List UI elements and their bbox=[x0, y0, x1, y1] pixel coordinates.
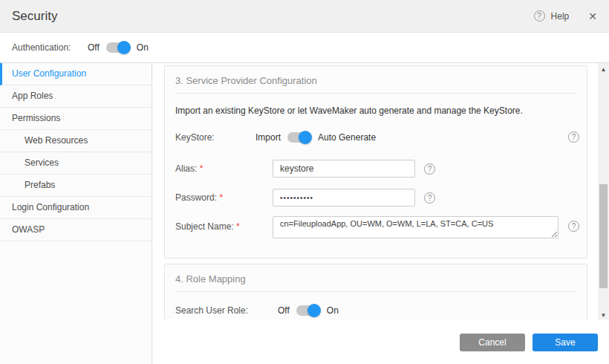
subject-name-label: Subject Name: * bbox=[175, 216, 273, 232]
save-button[interactable]: Save bbox=[533, 334, 598, 351]
sidebar: User Configuration App Roles Permissions… bbox=[0, 63, 152, 364]
authentication-bar: Authentication: Off On bbox=[0, 33, 609, 63]
search-user-role-label: Search User Role: bbox=[175, 305, 278, 316]
cancel-button[interactable]: Cancel bbox=[460, 334, 525, 351]
subject-name-textarea[interactable]: cn=FileuploadApp, OU=WM, O=WM, L=LA, ST=… bbox=[273, 216, 558, 238]
section-title: 4. Role Mapping bbox=[175, 273, 576, 285]
alias-label: Alias: * bbox=[175, 163, 273, 174]
search-user-role-on-label: On bbox=[327, 305, 339, 316]
required-asterisk: * bbox=[200, 163, 203, 174]
password-row: Password: * ? bbox=[175, 189, 576, 207]
page-title: Security bbox=[12, 9, 57, 24]
authentication-label: Authentication: bbox=[12, 42, 88, 53]
keystore-toggle[interactable] bbox=[287, 132, 311, 143]
sidebar-item-services[interactable]: Services bbox=[0, 152, 152, 175]
alias-input[interactable] bbox=[273, 160, 415, 178]
vertical-scrollbar: ▲ ▼ bbox=[598, 63, 609, 322]
sidebar-item-permissions[interactable]: Permissions bbox=[0, 108, 152, 130]
sidebar-item-login-configuration[interactable]: Login Configuration bbox=[0, 197, 152, 219]
dialog-footer: Cancel Save bbox=[152, 319, 609, 364]
keystore-help-icon[interactable]: ? bbox=[568, 131, 579, 143]
help-icon[interactable]: ? bbox=[534, 10, 545, 22]
dialog-header: Security ? Help ✕ bbox=[0, 0, 609, 33]
password-input[interactable] bbox=[273, 189, 415, 207]
sidebar-item-web-resources[interactable]: Web Resources bbox=[0, 130, 152, 152]
security-dialog: Security ? Help ✕ Authentication: Off On… bbox=[0, 0, 609, 364]
scroll-up-arrow-icon[interactable]: ▲ bbox=[598, 65, 609, 74]
keystore-auto-generate-label: Auto Generate bbox=[318, 132, 376, 143]
authentication-on-label: On bbox=[137, 42, 149, 53]
password-help-icon[interactable]: ? bbox=[424, 192, 435, 204]
keystore-description: Import an existing KeyStore or let WaveM… bbox=[175, 105, 576, 116]
sidebar-item-prefabs[interactable]: Prefabs bbox=[0, 175, 152, 197]
keystore-import-label: Import bbox=[255, 132, 281, 143]
subject-name-row: Subject Name: * cn=FileuploadApp, OU=WM,… bbox=[175, 216, 576, 238]
service-provider-configuration-section: 3. Service Provider Configuration Import… bbox=[164, 65, 587, 259]
search-user-role-toggle[interactable] bbox=[296, 305, 320, 316]
sidebar-item-app-roles[interactable]: App Roles bbox=[0, 85, 152, 108]
toggle-knob bbox=[299, 131, 312, 144]
authentication-toggle[interactable] bbox=[106, 42, 130, 53]
toggle-knob bbox=[117, 41, 131, 54]
section-title: 3. Service Provider Configuration bbox=[175, 75, 576, 86]
password-label: Password: * bbox=[175, 192, 273, 203]
subject-name-help-icon[interactable]: ? bbox=[568, 221, 579, 232]
keystore-label: KeyStore: bbox=[175, 132, 255, 143]
search-user-role-off-label: Off bbox=[278, 305, 290, 316]
divider bbox=[175, 291, 576, 292]
scroll-area: 3. Service Provider Configuration Import… bbox=[152, 63, 598, 319]
scrollbar-thumb[interactable] bbox=[599, 184, 608, 288]
sidebar-item-user-configuration[interactable]: User Configuration bbox=[0, 63, 152, 85]
required-asterisk: * bbox=[219, 192, 223, 203]
main-panel: 3. Service Provider Configuration Import… bbox=[152, 63, 609, 364]
help-link[interactable]: Help bbox=[551, 11, 570, 22]
alias-help-icon[interactable]: ? bbox=[424, 163, 435, 175]
search-user-role-row: Search User Role: Off On bbox=[175, 305, 576, 316]
toggle-knob bbox=[307, 304, 321, 317]
required-asterisk: * bbox=[236, 221, 240, 232]
close-icon[interactable]: ✕ bbox=[588, 11, 597, 22]
keystore-row: KeyStore: Import Auto Generate ? bbox=[175, 131, 576, 143]
authentication-off-label: Off bbox=[88, 42, 100, 53]
divider bbox=[175, 93, 576, 94]
alias-row: Alias: * ? bbox=[175, 160, 576, 178]
sidebar-item-owasp[interactable]: OWASP bbox=[0, 219, 152, 241]
role-mapping-section: 4. Role Mapping Search User Role: Off On bbox=[164, 264, 587, 319]
